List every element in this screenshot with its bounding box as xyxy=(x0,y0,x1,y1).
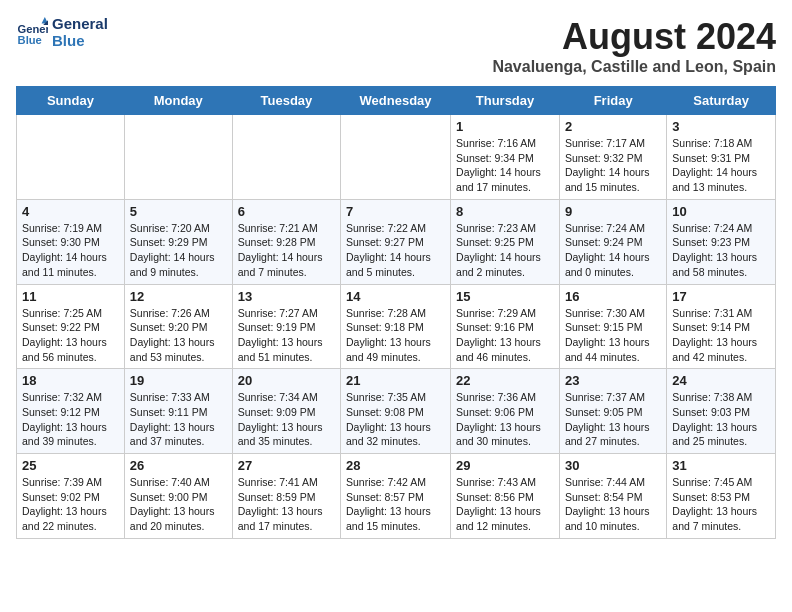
calendar-cell: 20Sunrise: 7:34 AM Sunset: 9:09 PM Dayli… xyxy=(232,369,340,454)
day-info: Sunrise: 7:42 AM Sunset: 8:57 PM Dayligh… xyxy=(346,475,445,534)
day-info: Sunrise: 7:39 AM Sunset: 9:02 PM Dayligh… xyxy=(22,475,119,534)
calendar-cell: 5Sunrise: 7:20 AM Sunset: 9:29 PM Daylig… xyxy=(124,199,232,284)
calendar-cell: 15Sunrise: 7:29 AM Sunset: 9:16 PM Dayli… xyxy=(451,284,560,369)
day-number: 31 xyxy=(672,458,770,473)
logo-line1: General xyxy=(52,16,108,33)
calendar-cell: 2Sunrise: 7:17 AM Sunset: 9:32 PM Daylig… xyxy=(559,115,666,200)
calendar-cell: 21Sunrise: 7:35 AM Sunset: 9:08 PM Dayli… xyxy=(341,369,451,454)
day-info: Sunrise: 7:44 AM Sunset: 8:54 PM Dayligh… xyxy=(565,475,661,534)
logo: General Blue General Blue xyxy=(16,16,108,49)
calendar-cell: 26Sunrise: 7:40 AM Sunset: 9:00 PM Dayli… xyxy=(124,454,232,539)
calendar-cell: 16Sunrise: 7:30 AM Sunset: 9:15 PM Dayli… xyxy=(559,284,666,369)
day-number: 6 xyxy=(238,204,335,219)
day-info: Sunrise: 7:30 AM Sunset: 9:15 PM Dayligh… xyxy=(565,306,661,365)
calendar-cell: 4Sunrise: 7:19 AM Sunset: 9:30 PM Daylig… xyxy=(17,199,125,284)
calendar-cell: 14Sunrise: 7:28 AM Sunset: 9:18 PM Dayli… xyxy=(341,284,451,369)
col-header-sunday: Sunday xyxy=(17,87,125,115)
calendar-cell xyxy=(124,115,232,200)
calendar-cell: 19Sunrise: 7:33 AM Sunset: 9:11 PM Dayli… xyxy=(124,369,232,454)
day-number: 30 xyxy=(565,458,661,473)
day-number: 1 xyxy=(456,119,554,134)
day-info: Sunrise: 7:34 AM Sunset: 9:09 PM Dayligh… xyxy=(238,390,335,449)
day-number: 7 xyxy=(346,204,445,219)
calendar-cell: 23Sunrise: 7:37 AM Sunset: 9:05 PM Dayli… xyxy=(559,369,666,454)
day-number: 9 xyxy=(565,204,661,219)
page-header: General Blue General Blue August 2024 Na… xyxy=(16,16,776,76)
day-info: Sunrise: 7:37 AM Sunset: 9:05 PM Dayligh… xyxy=(565,390,661,449)
day-info: Sunrise: 7:23 AM Sunset: 9:25 PM Dayligh… xyxy=(456,221,554,280)
day-number: 17 xyxy=(672,289,770,304)
day-number: 28 xyxy=(346,458,445,473)
day-number: 10 xyxy=(672,204,770,219)
day-number: 27 xyxy=(238,458,335,473)
calendar-cell: 24Sunrise: 7:38 AM Sunset: 9:03 PM Dayli… xyxy=(667,369,776,454)
day-number: 24 xyxy=(672,373,770,388)
calendar-cell: 13Sunrise: 7:27 AM Sunset: 9:19 PM Dayli… xyxy=(232,284,340,369)
day-number: 12 xyxy=(130,289,227,304)
calendar-cell: 12Sunrise: 7:26 AM Sunset: 9:20 PM Dayli… xyxy=(124,284,232,369)
day-info: Sunrise: 7:28 AM Sunset: 9:18 PM Dayligh… xyxy=(346,306,445,365)
col-header-wednesday: Wednesday xyxy=(341,87,451,115)
day-info: Sunrise: 7:27 AM Sunset: 9:19 PM Dayligh… xyxy=(238,306,335,365)
day-number: 15 xyxy=(456,289,554,304)
day-number: 14 xyxy=(346,289,445,304)
day-info: Sunrise: 7:20 AM Sunset: 9:29 PM Dayligh… xyxy=(130,221,227,280)
day-info: Sunrise: 7:41 AM Sunset: 8:59 PM Dayligh… xyxy=(238,475,335,534)
calendar-cell: 25Sunrise: 7:39 AM Sunset: 9:02 PM Dayli… xyxy=(17,454,125,539)
col-header-friday: Friday xyxy=(559,87,666,115)
calendar-cell: 29Sunrise: 7:43 AM Sunset: 8:56 PM Dayli… xyxy=(451,454,560,539)
title-block: August 2024 Navaluenga, Castille and Leo… xyxy=(492,16,776,76)
day-info: Sunrise: 7:31 AM Sunset: 9:14 PM Dayligh… xyxy=(672,306,770,365)
day-info: Sunrise: 7:36 AM Sunset: 9:06 PM Dayligh… xyxy=(456,390,554,449)
calendar-cell: 8Sunrise: 7:23 AM Sunset: 9:25 PM Daylig… xyxy=(451,199,560,284)
day-info: Sunrise: 7:21 AM Sunset: 9:28 PM Dayligh… xyxy=(238,221,335,280)
day-info: Sunrise: 7:43 AM Sunset: 8:56 PM Dayligh… xyxy=(456,475,554,534)
day-info: Sunrise: 7:35 AM Sunset: 9:08 PM Dayligh… xyxy=(346,390,445,449)
day-info: Sunrise: 7:25 AM Sunset: 9:22 PM Dayligh… xyxy=(22,306,119,365)
day-info: Sunrise: 7:22 AM Sunset: 9:27 PM Dayligh… xyxy=(346,221,445,280)
day-number: 11 xyxy=(22,289,119,304)
calendar-cell: 28Sunrise: 7:42 AM Sunset: 8:57 PM Dayli… xyxy=(341,454,451,539)
day-number: 3 xyxy=(672,119,770,134)
calendar-cell: 18Sunrise: 7:32 AM Sunset: 9:12 PM Dayli… xyxy=(17,369,125,454)
day-info: Sunrise: 7:18 AM Sunset: 9:31 PM Dayligh… xyxy=(672,136,770,195)
day-number: 5 xyxy=(130,204,227,219)
day-info: Sunrise: 7:17 AM Sunset: 9:32 PM Dayligh… xyxy=(565,136,661,195)
calendar-cell: 31Sunrise: 7:45 AM Sunset: 8:53 PM Dayli… xyxy=(667,454,776,539)
day-number: 13 xyxy=(238,289,335,304)
calendar-cell: 22Sunrise: 7:36 AM Sunset: 9:06 PM Dayli… xyxy=(451,369,560,454)
month-year: August 2024 xyxy=(492,16,776,58)
calendar-table: SundayMondayTuesdayWednesdayThursdayFrid… xyxy=(16,86,776,539)
calendar-cell: 17Sunrise: 7:31 AM Sunset: 9:14 PM Dayli… xyxy=(667,284,776,369)
calendar-cell: 1Sunrise: 7:16 AM Sunset: 9:34 PM Daylig… xyxy=(451,115,560,200)
day-info: Sunrise: 7:29 AM Sunset: 9:16 PM Dayligh… xyxy=(456,306,554,365)
day-number: 4 xyxy=(22,204,119,219)
day-number: 2 xyxy=(565,119,661,134)
day-info: Sunrise: 7:16 AM Sunset: 9:34 PM Dayligh… xyxy=(456,136,554,195)
day-number: 29 xyxy=(456,458,554,473)
day-number: 26 xyxy=(130,458,227,473)
day-number: 25 xyxy=(22,458,119,473)
day-number: 19 xyxy=(130,373,227,388)
day-info: Sunrise: 7:26 AM Sunset: 9:20 PM Dayligh… xyxy=(130,306,227,365)
day-number: 20 xyxy=(238,373,335,388)
calendar-cell xyxy=(17,115,125,200)
col-header-saturday: Saturday xyxy=(667,87,776,115)
day-number: 8 xyxy=(456,204,554,219)
day-number: 21 xyxy=(346,373,445,388)
logo-icon: General Blue xyxy=(16,17,48,49)
col-header-tuesday: Tuesday xyxy=(232,87,340,115)
calendar-cell: 11Sunrise: 7:25 AM Sunset: 9:22 PM Dayli… xyxy=(17,284,125,369)
calendar-cell xyxy=(232,115,340,200)
logo-line2: Blue xyxy=(52,33,108,50)
day-info: Sunrise: 7:45 AM Sunset: 8:53 PM Dayligh… xyxy=(672,475,770,534)
calendar-cell: 7Sunrise: 7:22 AM Sunset: 9:27 PM Daylig… xyxy=(341,199,451,284)
day-info: Sunrise: 7:32 AM Sunset: 9:12 PM Dayligh… xyxy=(22,390,119,449)
calendar-cell: 10Sunrise: 7:24 AM Sunset: 9:23 PM Dayli… xyxy=(667,199,776,284)
day-number: 22 xyxy=(456,373,554,388)
calendar-cell: 9Sunrise: 7:24 AM Sunset: 9:24 PM Daylig… xyxy=(559,199,666,284)
calendar-cell: 3Sunrise: 7:18 AM Sunset: 9:31 PM Daylig… xyxy=(667,115,776,200)
day-number: 23 xyxy=(565,373,661,388)
day-number: 18 xyxy=(22,373,119,388)
calendar-cell xyxy=(341,115,451,200)
